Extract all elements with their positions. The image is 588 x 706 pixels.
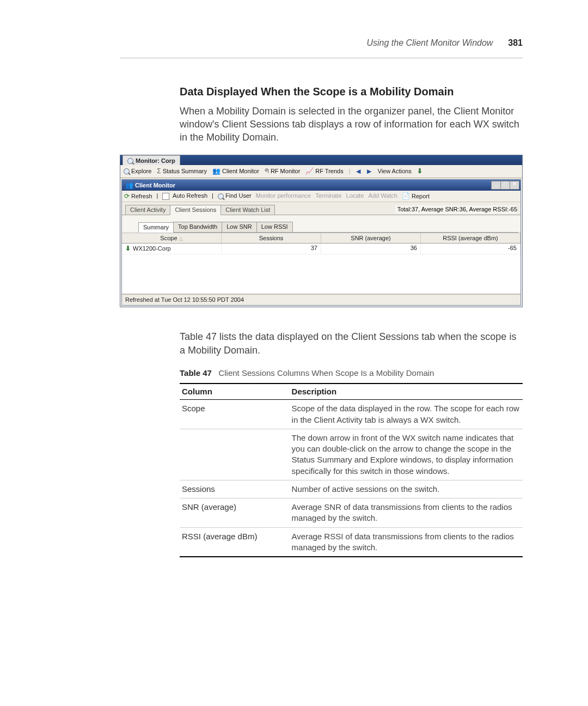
nav-status-summary[interactable]: Σ Status Summary bbox=[157, 167, 207, 175]
nav-view-actions[interactable]: View Actions bbox=[378, 167, 412, 175]
nav-client-monitor-label: Client Monitor bbox=[222, 167, 259, 175]
section-paragraph: When a Mobility Domain is selected in th… bbox=[180, 105, 523, 144]
close-button[interactable]: × bbox=[510, 181, 519, 190]
maximize-button[interactable]: □ bbox=[500, 181, 510, 190]
table-row: Sessions Number of active sessions on th… bbox=[180, 480, 523, 498]
subtab-row: Total:37, Average SNR:36, Average RSSI:-… bbox=[122, 215, 520, 233]
table-cell-description: Average SNR of data transmissions from c… bbox=[290, 498, 523, 528]
client-monitor-inner-window: 👥 Client Monitor _ □ × ⟳ Refresh | Auto … bbox=[121, 179, 521, 306]
grid-cell-scope-label: WX1200-Corp bbox=[133, 245, 171, 253]
table-row: Scope Scope of the data displayed in the… bbox=[180, 400, 523, 429]
grid-header-row: Scope △ Sessions SNR (average) RSSI (ave… bbox=[122, 233, 520, 244]
nav-explore[interactable]: Explore bbox=[124, 167, 151, 175]
nav-rf-trends-label: RF Trends bbox=[315, 167, 343, 175]
table-cell-column: Scope bbox=[180, 400, 290, 429]
tab-client-sessions[interactable]: Client Sessions bbox=[170, 205, 221, 215]
table-47-table: Column Description Scope Scope of the da… bbox=[180, 383, 523, 557]
antenna-icon: ᖗ bbox=[265, 167, 269, 175]
table-caption: Table 47 Client Sessions Columns When Sc… bbox=[180, 368, 523, 379]
table-cell-description: Scope of the data displayed in the row. … bbox=[290, 400, 523, 429]
grid-header-snr[interactable]: SNR (average) bbox=[321, 233, 421, 244]
tab-client-watch-list[interactable]: Client Watch List bbox=[220, 205, 275, 215]
grid-cell-snr: 36 bbox=[321, 244, 421, 253]
find-user-label: Find User bbox=[225, 192, 252, 199]
table-row: RSSI (average dBm) Average RSSI of data … bbox=[180, 527, 523, 557]
subtab-low-rssi[interactable]: Low RSSI bbox=[256, 222, 293, 232]
nav-prev-icon[interactable]: ◀ bbox=[356, 167, 362, 175]
chart-icon: 📈 bbox=[305, 167, 314, 175]
table-head-column: Column bbox=[180, 384, 290, 400]
outer-window-title: Monitor: Corp bbox=[136, 157, 175, 165]
people-icon: 👥 bbox=[125, 181, 133, 189]
refresh-label: Refresh bbox=[131, 193, 152, 199]
add-watch-button: Add Watch bbox=[369, 192, 397, 200]
nav-rf-monitor[interactable]: ᖗ RF Monitor bbox=[265, 167, 300, 175]
table-caption-text: Client Sessions Columns When Scope Is a … bbox=[218, 368, 434, 378]
table-cell-column: RSSI (average dBm) bbox=[180, 527, 290, 557]
grid-row[interactable]: ⬇ WX1200-Corp 37 36 -65 bbox=[122, 244, 520, 254]
table-head-description: Description bbox=[290, 384, 523, 400]
table-47: Table 47 Client Sessions Columns When Sc… bbox=[180, 368, 523, 557]
table-cell-column: Sessions bbox=[180, 480, 290, 498]
nav-next-icon[interactable]: ▶ bbox=[367, 167, 372, 175]
grid-cell-scope: ⬇ WX1200-Corp bbox=[122, 244, 222, 253]
find-user-button[interactable]: Find User bbox=[218, 192, 252, 200]
nav-rf-monitor-label: RF Monitor bbox=[271, 167, 300, 175]
report-icon: 📄 bbox=[402, 192, 410, 200]
report-button[interactable]: 📄 Report bbox=[402, 192, 430, 200]
page-running-header: Using the Client Monitor Window 381 bbox=[0, 0, 588, 54]
auto-refresh-checkbox[interactable] bbox=[162, 193, 169, 200]
screenshot-monitor-window: Monitor: Corp Explore Σ Status Summary 👥… bbox=[120, 155, 523, 307]
subtab-summary[interactable]: Summary bbox=[138, 222, 174, 233]
tab-client-activity[interactable]: Client Activity bbox=[125, 205, 170, 215]
sort-asc-icon: △ bbox=[179, 236, 183, 241]
running-header-title: Using the Client Monitor Window bbox=[366, 38, 493, 47]
table-cell-description: Average RSSI of data transmissions from … bbox=[290, 527, 523, 557]
outer-window-title-tab: Monitor: Corp bbox=[122, 155, 180, 165]
nav-status-summary-label: Status Summary bbox=[163, 167, 207, 175]
table-row: The down arrow in front of the WX switch… bbox=[180, 429, 523, 480]
locate-button: Locate bbox=[346, 192, 364, 200]
nav-client-monitor[interactable]: 👥 Client Monitor bbox=[212, 167, 259, 175]
minimize-button[interactable]: _ bbox=[491, 181, 501, 190]
refresh-button[interactable]: ⟳ Refresh bbox=[124, 192, 152, 200]
magnifier-icon bbox=[124, 168, 130, 174]
inner-window-titlebar: 👥 Client Monitor _ □ × bbox=[122, 180, 520, 191]
scope-drilldown-icon[interactable]: ⬇ bbox=[125, 244, 131, 253]
section-heading: Data Displayed When the Scope is a Mobil… bbox=[180, 84, 523, 99]
magnifier-icon bbox=[218, 193, 224, 199]
status-bar: Refreshed at Tue Oct 12 10:55:50 PDT 200… bbox=[122, 294, 520, 305]
nav-toolbar: Explore Σ Status Summary 👥 Client Monito… bbox=[120, 165, 522, 178]
sigma-icon: Σ bbox=[157, 167, 161, 175]
table-caption-label: Table 47 bbox=[180, 368, 212, 378]
grid-cell-rssi: -65 bbox=[421, 244, 520, 253]
nav-rf-trends[interactable]: 📈 RF Trends bbox=[305, 167, 343, 175]
grid-header-scope[interactable]: Scope △ bbox=[122, 233, 222, 244]
after-screenshot-paragraph: Table 47 lists the data displayed on the… bbox=[180, 330, 523, 357]
subtab-top-bandwidth[interactable]: Top Bandwidth bbox=[173, 222, 222, 232]
table-row: SNR (average) Average SNR of data transm… bbox=[180, 498, 523, 528]
magnifier-icon bbox=[127, 158, 133, 164]
grid-body: ⬇ WX1200-Corp 37 36 -65 bbox=[122, 244, 520, 294]
report-label: Report bbox=[412, 193, 430, 199]
page-number: 381 bbox=[508, 38, 523, 47]
inner-window-title: Client Monitor bbox=[135, 182, 175, 188]
refresh-icon: ⟳ bbox=[124, 192, 130, 200]
terminate-button: Terminate bbox=[315, 192, 341, 200]
header-rule bbox=[120, 58, 523, 58]
table-cell-column: SNR (average) bbox=[180, 498, 290, 528]
grid-header-rssi[interactable]: RSSI (average dBm) bbox=[421, 233, 520, 244]
subtab-low-snr[interactable]: Low SNR bbox=[222, 222, 256, 232]
view-actions-dropdown-icon[interactable]: ⬇ bbox=[417, 167, 422, 175]
nav-explore-label: Explore bbox=[131, 167, 151, 175]
auto-refresh-toggle[interactable]: Auto Refresh bbox=[162, 192, 207, 200]
grid-header-scope-label: Scope bbox=[160, 235, 177, 241]
people-icon: 👥 bbox=[212, 167, 220, 175]
grid-header-sessions[interactable]: Sessions bbox=[222, 233, 321, 244]
inner-toolbar: ⟳ Refresh | Auto Refresh | Find User Mon… bbox=[122, 191, 520, 202]
monitor-performance-button: Monitor performance bbox=[256, 192, 311, 200]
outer-window-titlebar: Monitor: Corp bbox=[120, 155, 522, 165]
table-cell-description: Number of active sessions on the switch. bbox=[290, 480, 523, 498]
grid-cell-sessions: 37 bbox=[222, 244, 321, 253]
nav-separator: | bbox=[349, 167, 351, 175]
